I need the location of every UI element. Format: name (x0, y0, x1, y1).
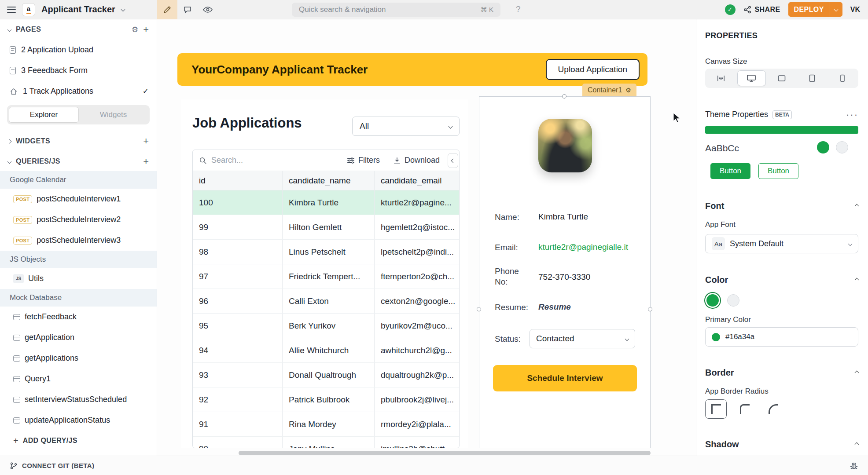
properties-header: PROPERTIES (705, 31, 858, 40)
table-row[interactable]: 90 Jany Mullins jmullins2h@shutt... (193, 437, 459, 448)
table-row[interactable]: 97 Friedrick Tempert... ftemperton2o@ch.… (193, 264, 459, 289)
border-radius-small[interactable] (734, 399, 755, 419)
add-query-icon[interactable]: + (143, 157, 149, 166)
email-link[interactable]: kturtle2r@paginegialle.it (538, 242, 628, 252)
tab-widgets[interactable]: Widgets (79, 107, 148, 123)
canvas-size-desktop-icon[interactable] (737, 70, 766, 86)
color-section-header[interactable]: Color (705, 275, 858, 285)
table-row[interactable]: 96 Calli Exton cexton2n@google... (193, 289, 459, 314)
table-row[interactable]: 92 Patrick Bulbrook pbulbrook2j@livej... (193, 387, 459, 412)
query-item[interactable]: getApplication (0, 327, 157, 348)
column-header-id[interactable]: id (193, 171, 283, 190)
schedule-interview-button[interactable]: Schedule Interview (493, 365, 637, 391)
download-button[interactable]: Download (393, 156, 440, 165)
font-section-header[interactable]: Font (705, 201, 858, 211)
query-item[interactable]: POST postScheduleInterview1 (0, 189, 157, 209)
column-header-candidate-email[interactable]: candidate_email (375, 171, 459, 190)
background-color-swatch[interactable] (727, 294, 739, 307)
widgets-chevron-right-icon[interactable] (7, 139, 12, 143)
border-radius-large[interactable] (762, 399, 784, 419)
js-object-item[interactable]: JS Utils (0, 268, 157, 289)
help-icon[interactable]: ? (516, 4, 521, 14)
queries-chevron-down-icon[interactable] (7, 159, 12, 164)
email-label: Email: (495, 242, 518, 253)
widgets-section-header[interactable]: WIDGETS + (0, 131, 157, 152)
pages-chevron-down-icon[interactable] (7, 27, 12, 32)
add-widget-icon[interactable]: + (143, 136, 149, 146)
query-item[interactable]: fetchFeedback (0, 307, 157, 327)
sidebar-page-application-upload[interactable]: 2 Application Upload (0, 40, 157, 60)
primary-color-swatch[interactable] (706, 294, 719, 307)
table-row[interactable]: 93 Donall Qualtrough dqualtrough2k@p... (193, 363, 459, 387)
theme-background-swatch[interactable] (836, 141, 848, 153)
theme-more-menu-icon[interactable]: ··· (846, 112, 858, 117)
quick-search-bar[interactable]: Quick search & navigation ⌘ K (292, 3, 500, 17)
primary-color-input[interactable]: #16a34a (705, 327, 858, 347)
secondary-button-preview: Button (758, 163, 798, 179)
tab-explorer[interactable]: Explorer (9, 107, 79, 123)
plus-icon: + (13, 436, 18, 446)
canvas-size-tablet-landscape-icon[interactable] (768, 70, 796, 86)
add-page-icon[interactable]: + (143, 25, 149, 34)
sidebar-page-feedback-form[interactable]: 3 Feeedback Form (0, 60, 157, 81)
query-item[interactable]: getApplications (0, 348, 157, 369)
query-group-google-calendar[interactable]: Google Calendar (0, 171, 157, 189)
horizontal-scrollbar[interactable] (239, 451, 651, 455)
add-query-js-button[interactable]: + ADD QUERY/JS (0, 431, 157, 451)
sidebar-page-track-applications[interactable]: 1 Track Applications ✓ (0, 81, 157, 102)
table-row[interactable]: 100 Kimbra Turtle kturtle2r@pagine... (193, 190, 459, 215)
theme-accent-swatch[interactable] (817, 141, 829, 153)
pages-section-header[interactable]: PAGES ⚙ + (0, 19, 157, 40)
resize-handle-right[interactable] (648, 307, 652, 311)
query-item[interactable]: POST postScheduleInterview3 (0, 230, 157, 251)
debug-bug-icon[interactable] (850, 461, 858, 470)
resize-handle-left[interactable] (477, 307, 481, 311)
widget-settings-gear-icon[interactable]: ⚙ (625, 87, 631, 94)
border-radius-none[interactable] (705, 399, 727, 419)
table-search-input[interactable] (211, 156, 347, 165)
filters-button[interactable]: Filters (347, 156, 380, 165)
status-filter-select[interactable]: All (352, 117, 460, 136)
collapse-panel-button[interactable] (448, 153, 458, 168)
hamburger-menu-icon[interactable] (7, 7, 16, 13)
query-group-js-objects[interactable]: JS Objects (0, 251, 157, 268)
app-font-select[interactable]: Aa System Default (705, 234, 858, 253)
query-group-mock-database[interactable]: Mock Database (0, 289, 157, 307)
share-button[interactable]: SHARE (743, 6, 780, 14)
pages-settings-gear-icon[interactable]: ⚙ (132, 25, 138, 34)
table-title: Job Applications (192, 115, 302, 131)
canvas-size-fluid-icon[interactable] (707, 70, 736, 86)
upload-application-button[interactable]: Upload Application (546, 59, 640, 80)
queries-section-header[interactable]: QUERIES/JS + (0, 152, 157, 171)
deploy-button[interactable]: DEPLOY (788, 2, 842, 17)
connect-git-button[interactable]: CONNECT GIT (BETA) (10, 462, 94, 470)
column-header-candidate-name[interactable]: candidate_name (283, 171, 375, 190)
theme-button-preview: Button Button (710, 163, 858, 179)
preview-button[interactable] (198, 0, 218, 19)
widget-name-tag[interactable]: Container1 ⚙ (582, 84, 636, 96)
candidate-detail-container[interactable]: Name: Kimbra Turtle Email: kturtle2r@pag… (479, 96, 651, 448)
query-item[interactable]: setInterviewStatusScheduled (0, 389, 157, 410)
shadow-section-header[interactable]: Shadow (705, 439, 858, 449)
query-item[interactable]: updateApplicationStatus (0, 410, 157, 431)
resume-link[interactable]: Resume (538, 302, 571, 312)
status-select[interactable]: Contacted (530, 329, 635, 348)
border-section-header[interactable]: Border (705, 368, 858, 378)
canvas-size-tablet-icon[interactable] (798, 70, 826, 86)
canvas-size-label: Canvas Size (705, 57, 858, 66)
query-item[interactable]: POST postScheduleInterview2 (0, 209, 157, 230)
table-row[interactable]: 99 Hilton Gemlett hgemlett2q@istoc... (193, 215, 459, 240)
table-row[interactable]: 94 Allie Whitchurch awhitchurch2l@g... (193, 338, 459, 363)
table-row[interactable]: 91 Rina Mordey rmordey2i@plala... (193, 412, 459, 437)
resize-handle-top[interactable] (562, 94, 566, 99)
query-item[interactable]: Query1 (0, 369, 157, 389)
user-avatar[interactable]: VK (850, 6, 860, 14)
deploy-options-chevron-down-icon[interactable] (830, 2, 842, 17)
canvas-size-phone-icon[interactable] (828, 70, 857, 86)
table-row[interactable]: 95 Berk Yurikov byurikov2m@uco... (193, 314, 459, 338)
app-title-chevron-down-icon[interactable] (121, 7, 125, 12)
table-row[interactable]: 98 Linus Petschelt lpetschelt2p@indi... (193, 240, 459, 264)
edit-mode-button[interactable] (157, 0, 177, 19)
app-title[interactable]: Applicant Tracker (41, 4, 115, 15)
comments-button[interactable] (177, 0, 198, 19)
